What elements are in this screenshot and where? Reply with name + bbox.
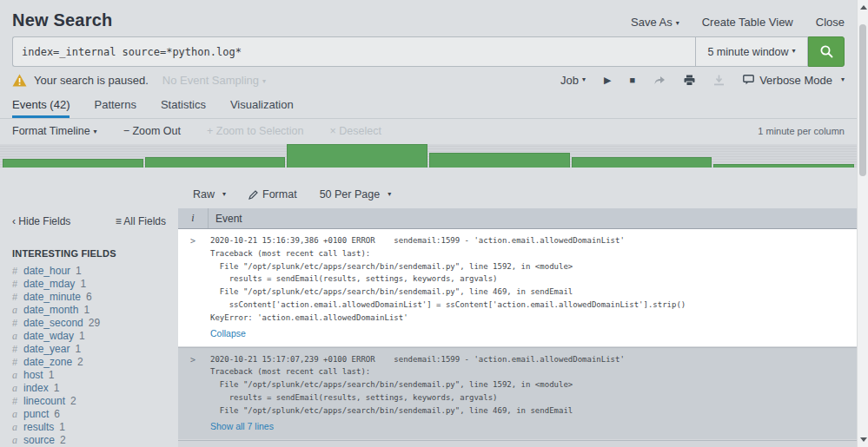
field-name: date_month xyxy=(23,304,78,316)
event-row: >2020-10-21 15:16:39,386 +0100 ERROR sen… xyxy=(178,229,857,347)
event-rows: >2020-10-21 15:16:39,386 +0100 ERROR sen… xyxy=(178,229,857,447)
caret-down-icon: ▾ xyxy=(222,190,226,198)
event-body: 2020-10-21 15:17:07,239 +0100 ERROR send… xyxy=(210,353,857,433)
event-column-header: Event xyxy=(209,213,242,225)
expand-chevron-icon[interactable]: > xyxy=(190,236,195,246)
field-type-icon: # xyxy=(12,357,23,367)
tab-visualization[interactable]: Visualization xyxy=(230,92,294,118)
save-as-button[interactable]: Save As▾ xyxy=(631,16,679,29)
hide-fields-button[interactable]: ‹ Hide Fields xyxy=(12,215,70,227)
field-count: 1 xyxy=(79,330,85,342)
field-item-host[interactable]: ahost1 xyxy=(12,369,166,382)
timeline-chart xyxy=(0,144,857,168)
status-message: Your search is paused. xyxy=(34,74,149,87)
field-item-date_second[interactable]: #date_second29 xyxy=(12,317,166,330)
vertical-scrollbar[interactable] xyxy=(857,0,868,447)
field-item-punct[interactable]: apunct6 xyxy=(12,408,166,421)
scroll-down-icon[interactable] xyxy=(860,437,867,442)
all-fields-button[interactable]: ≡ All Fields xyxy=(116,215,166,227)
field-count: 6 xyxy=(54,408,60,420)
field-item-date_mday[interactable]: #date_mday1 xyxy=(12,278,166,291)
event-line: KeyError: 'action.email.allowedDomainLis… xyxy=(210,312,857,325)
scroll-up-icon[interactable] xyxy=(860,5,867,10)
field-name: date_second xyxy=(23,317,83,329)
event-line: results = sendEmail(results, settings, k… xyxy=(210,273,857,286)
field-count: 2 xyxy=(77,356,83,368)
tab-statistics[interactable]: Statistics xyxy=(161,92,206,118)
field-item-source[interactable]: asource2 xyxy=(12,434,166,447)
field-item-date_zone[interactable]: #date_zone2 xyxy=(12,356,166,369)
field-name: date_wday xyxy=(23,330,74,342)
expand-chevron-icon[interactable]: > xyxy=(190,355,195,365)
interesting-fields-title: INTERESTING FIELDS xyxy=(12,248,166,259)
format-timeline-dropdown[interactable]: Format Timeline▾ xyxy=(12,125,97,137)
list-icon: ≡ xyxy=(116,215,124,227)
share-icon[interactable] xyxy=(653,75,666,85)
field-count: 2 xyxy=(70,395,76,407)
field-count: 2 xyxy=(60,434,66,446)
caret-down-icon: ▾ xyxy=(792,47,796,55)
search-button[interactable] xyxy=(808,36,845,67)
tab-patterns[interactable]: Patterns xyxy=(94,92,136,118)
event-line: 2020-10-21 15:17:07,239 +0100 ERROR send… xyxy=(210,353,857,366)
search-mode-dropdown[interactable]: Verbose Mode▾ xyxy=(743,74,845,87)
field-name: source xyxy=(23,434,55,446)
job-menu-button[interactable]: Job▾ xyxy=(560,74,586,87)
field-name: date_minute xyxy=(23,291,81,303)
tab-events[interactable]: Events (42) xyxy=(12,92,70,118)
field-name: index xyxy=(23,382,49,394)
timeline-bar-2[interactable] xyxy=(145,157,286,168)
timeline-bar-6[interactable] xyxy=(713,164,854,168)
timeline-bar-1[interactable] xyxy=(3,159,143,168)
timeline-bar-3[interactable] xyxy=(287,144,427,168)
zoom-to-selection-button: + Zoom to Selection xyxy=(207,125,304,137)
play-icon[interactable]: ▶ xyxy=(604,75,611,86)
field-item-date_wday[interactable]: adate_wday1 xyxy=(12,330,166,343)
field-item-linecount[interactable]: #linecount2 xyxy=(12,395,166,408)
zoom-out-button[interactable]: − Zoom Out xyxy=(123,125,181,137)
field-item-index[interactable]: aindex1 xyxy=(12,382,166,395)
time-range-picker[interactable]: 5 minute window▾ xyxy=(695,36,808,67)
field-type-icon: a xyxy=(12,434,23,447)
event-body: 2020-10-21 15:16:39,386 +0100 ERROR send… xyxy=(210,234,857,340)
field-item-date_month[interactable]: adate_month1 xyxy=(12,304,166,317)
event-expand-link[interactable]: Collapse xyxy=(210,328,246,339)
x-icon: × xyxy=(330,125,340,137)
timeline-toolbar: Format Timeline▾ − Zoom Out + Zoom to Se… xyxy=(12,121,845,141)
plus-icon: + xyxy=(207,125,216,137)
raw-dropdown[interactable]: Raw▾ xyxy=(193,188,226,200)
create-table-view-button[interactable]: Create Table View xyxy=(702,16,793,29)
field-name: results xyxy=(23,421,54,433)
timeline-bar-5[interactable] xyxy=(572,157,712,168)
field-item-date_hour[interactable]: #date_hour1 xyxy=(12,265,166,278)
field-item-date_minute[interactable]: #date_minute6 xyxy=(12,291,166,304)
format-button[interactable]: Format xyxy=(248,188,297,200)
field-item-date_year[interactable]: #date_year1 xyxy=(12,343,166,356)
print-icon[interactable] xyxy=(684,75,695,86)
deselect-button: × Deselect xyxy=(330,125,381,137)
field-count: 1 xyxy=(80,278,86,290)
event-row: >2020-10-21 15:16:41,743 +0100 ERROR sen… xyxy=(178,440,857,447)
field-item-results[interactable]: aresults1 xyxy=(12,421,166,434)
scrollbar-thumb[interactable] xyxy=(859,24,866,176)
event-row: >2020-10-21 15:17:07,239 +0100 ERROR sen… xyxy=(178,347,857,440)
close-button[interactable]: Close xyxy=(816,16,845,29)
event-line: ssContent['action.email.allowedDomainLis… xyxy=(210,299,857,312)
events-table-header: i Event xyxy=(178,208,857,229)
stop-icon[interactable]: ■ xyxy=(629,75,635,85)
caret-down-icon: ▾ xyxy=(262,77,266,85)
event-line: Traceback (most recent call last): xyxy=(210,247,857,260)
event-line: File "/opt/splunk/etc/apps/search/bin/se… xyxy=(210,404,857,417)
timeline-bar-4[interactable] xyxy=(429,153,570,168)
search-query-input[interactable]: index=_internal source=*python.log* xyxy=(12,36,695,67)
field-type-icon: a xyxy=(12,330,23,343)
per-page-dropdown[interactable]: 50 Per Page▾ xyxy=(320,188,392,200)
caret-down-icon: ▾ xyxy=(582,76,586,83)
event-sampling-dropdown: No Event Sampling▾ xyxy=(162,74,266,87)
pencil-icon xyxy=(248,190,258,200)
field-type-icon: # xyxy=(12,318,23,328)
export-icon[interactable] xyxy=(713,75,725,86)
event-expand-link[interactable]: Show all 7 lines xyxy=(210,421,274,431)
event-line: results = sendEmail(results, settings, k… xyxy=(210,391,857,404)
field-type-icon: # xyxy=(12,266,23,276)
